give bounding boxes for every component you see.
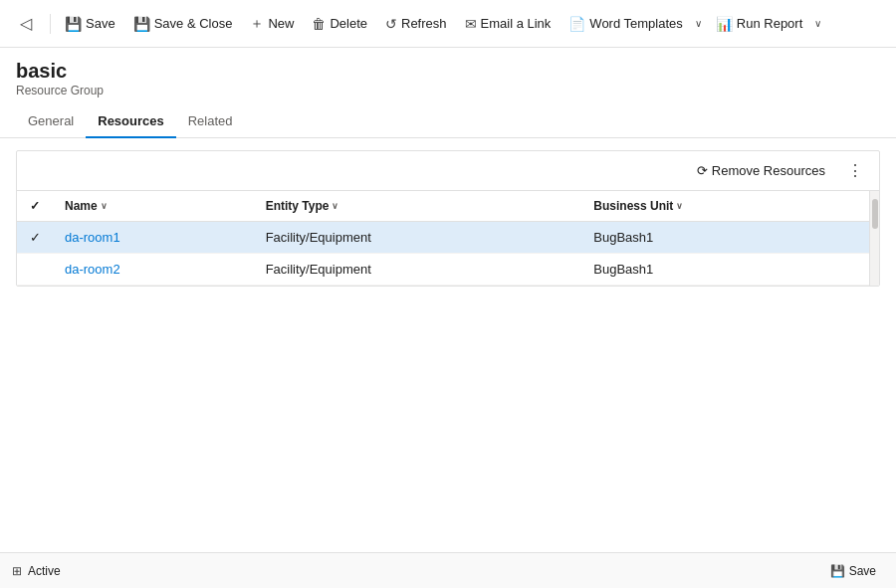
delete-label: Delete (330, 16, 367, 31)
row1-name: da-room1 (53, 222, 254, 254)
save-label: Save (86, 16, 115, 31)
name-sort-icon: ∨ (101, 201, 108, 211)
table-body: ✓ da-room1 Facility/Equipment BugBash1 (17, 222, 869, 286)
page-header: basic Resource Group (0, 48, 896, 98)
status-save-button[interactable]: 💾 Save (822, 560, 884, 582)
table-outer: ✓ Name ∨ Entity Type (17, 191, 879, 286)
entity-type-sort-icon: ∨ (332, 201, 338, 211)
back-icon: ◁ (20, 14, 32, 33)
table-container: ⟳ Remove Resources ⋮ ✓ Name (16, 150, 880, 287)
table-row[interactable]: da-room2 Facility/Equipment BugBash1 (17, 254, 869, 286)
row2-name-link[interactable]: da-room2 (65, 262, 120, 277)
tab-resources[interactable]: Resources (86, 105, 175, 138)
save-icon: 💾 (65, 16, 82, 32)
word-templates-label: Word Templates (589, 16, 682, 31)
email-icon: ✉ (465, 16, 477, 32)
remove-resources-label: Remove Resources (712, 163, 825, 178)
run-report-label: Run Report (737, 16, 802, 31)
row2-name: da-room2 (53, 254, 254, 286)
status-text: Active (28, 564, 61, 578)
save-close-button[interactable]: 💾 Save & Close (125, 10, 241, 38)
refresh-label: Refresh (401, 16, 447, 31)
run-report-icon: 📊 (716, 16, 733, 32)
status-save-label: Save (849, 564, 876, 578)
col-name[interactable]: Name ∨ (53, 191, 254, 222)
table-row[interactable]: ✓ da-room1 Facility/Equipment BugBash1 (17, 222, 869, 254)
table-wrapper: ✓ Name ∨ Entity Type (17, 191, 869, 286)
business-unit-sort-icon: ∨ (676, 201, 683, 211)
row2-checkbox[interactable] (17, 254, 53, 286)
tab-general[interactable]: General (16, 105, 86, 138)
email-link-label: Email a Link (481, 16, 552, 31)
row1-name-link[interactable]: da-room1 (65, 230, 120, 245)
word-templates-chevron[interactable]: ∨ (691, 12, 706, 35)
page-subtitle: Resource Group (16, 84, 880, 98)
word-templates-group: 📄 Word Templates ∨ (560, 10, 705, 38)
run-report-group: 📊 Run Report ∨ (708, 10, 825, 38)
remove-resources-icon: ⟳ (697, 163, 708, 178)
row1-business-unit: BugBash1 (581, 222, 869, 254)
main-content: ⟳ Remove Resources ⋮ ✓ Name (0, 138, 896, 552)
col-checkbox: ✓ (17, 191, 53, 222)
tab-related[interactable]: Related (176, 105, 245, 138)
status-save-icon: 💾 (830, 564, 845, 578)
run-report-chevron[interactable]: ∨ (810, 12, 825, 35)
row1-check-icon: ✓ (30, 230, 41, 245)
status-left: ⊞ Active (12, 564, 61, 578)
table-more-button[interactable]: ⋮ (841, 157, 869, 184)
new-button[interactable]: ＋ New (242, 9, 302, 39)
scroll-thumb[interactable] (872, 199, 878, 229)
status-bar: ⊞ Active 💾 Save (0, 552, 896, 588)
scroll-track (869, 191, 879, 286)
run-report-button[interactable]: 📊 Run Report (708, 10, 810, 38)
col-entity-type[interactable]: Entity Type ∨ (254, 191, 582, 222)
email-link-button[interactable]: ✉ Email a Link (457, 10, 560, 38)
col-business-unit[interactable]: Business Unit ∨ (581, 191, 869, 222)
save-button[interactable]: 💾 Save (57, 10, 123, 38)
row1-entity-type: Facility/Equipment (254, 222, 582, 254)
resources-table: ✓ Name ∨ Entity Type (17, 191, 869, 286)
row1-checkbox[interactable]: ✓ (17, 222, 53, 254)
new-label: New (268, 16, 294, 31)
row2-entity-type: Facility/Equipment (254, 254, 582, 286)
row2-business-unit: BugBash1 (581, 254, 869, 286)
delete-button[interactable]: 🗑 Delete (304, 10, 375, 38)
status-icon: ⊞ (12, 564, 22, 578)
new-icon: ＋ (250, 15, 264, 33)
table-toolbar: ⟳ Remove Resources ⋮ (17, 151, 879, 191)
page-title: basic (16, 60, 880, 83)
save-close-label: Save & Close (154, 16, 233, 31)
remove-resources-button[interactable]: ⟳ Remove Resources (689, 159, 833, 182)
toolbar: ◁ 💾 Save 💾 Save & Close ＋ New 🗑 Delete ↺… (0, 0, 896, 48)
refresh-button[interactable]: ↺ Refresh (377, 10, 455, 38)
toolbar-divider-1 (50, 14, 51, 34)
tabs: General Resources Related (0, 105, 896, 138)
table-header-row: ✓ Name ∨ Entity Type (17, 191, 869, 222)
word-templates-button[interactable]: 📄 Word Templates (560, 10, 690, 38)
word-templates-icon: 📄 (568, 16, 585, 32)
back-button[interactable]: ◁ (8, 6, 44, 42)
checkmark-icon: ✓ (30, 199, 40, 213)
refresh-icon: ↺ (385, 16, 397, 32)
save-close-icon: 💾 (133, 16, 150, 32)
delete-icon: 🗑 (312, 16, 326, 32)
